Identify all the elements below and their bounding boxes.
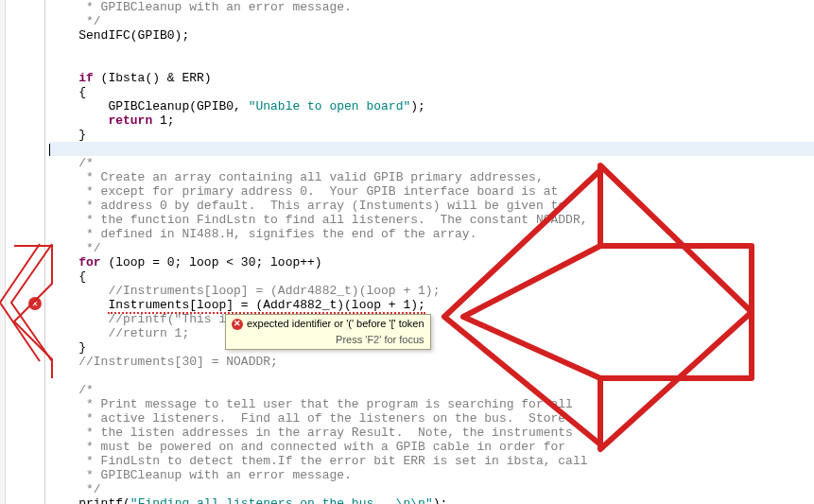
code-text: * GPIBCleanup with an error message.: [49, 0, 352, 14]
code-text: "Finding all listeners on the bus...\n\n…: [130, 496, 433, 504]
code-text: //Instruments[30] = NOADDR;: [49, 355, 278, 369]
code-text: GPIBCleanup(GPIB0,: [49, 99, 249, 113]
code-text: * address 0 by default. This array (Inst…: [49, 199, 565, 213]
code-text: return: [49, 113, 152, 128]
code-text: );: [433, 496, 448, 504]
code-text: [49, 298, 108, 312]
code-text: */: [49, 14, 101, 28]
error-glyph: ✕: [32, 298, 38, 309]
code-text: 1;: [152, 113, 174, 128]
code-text: }: [49, 128, 86, 142]
code-text: * must be powered on and connected with …: [49, 440, 565, 454]
code-text: for: [49, 255, 101, 269]
tooltip-hint: Press 'F2' for focus: [232, 333, 424, 347]
code-text: {: [49, 269, 86, 284]
code-text: (Ibsta() & ERR): [94, 71, 212, 85]
code-text: * Create an array containing all valid G…: [49, 170, 544, 184]
code-text: //return 1;: [49, 326, 189, 340]
error-marker-icon[interactable]: ✕: [28, 297, 42, 310]
code-text: * the function FindLstn to find all list…: [49, 213, 588, 227]
code-text: * active listeners. Find all of the list…: [49, 411, 565, 426]
code-text: /*: [49, 383, 94, 397]
error-icon: ✕: [232, 319, 243, 330]
code-text: */: [49, 482, 101, 496]
code-text: );: [410, 99, 425, 113]
code-text: SendIFC(GPIB0);: [49, 28, 189, 43]
code-text: "Unable to open board": [249, 99, 411, 113]
text-cursor: [49, 144, 50, 156]
code-text: printf(: [49, 496, 130, 504]
code-text: * the listen addresses in the array Resu…: [49, 426, 573, 440]
code-text: if: [49, 71, 94, 85]
code-editor[interactable]: ✕ * GPIBCleanup with an error message. *…: [0, 0, 814, 504]
code-text: * defined in NI488.H, signifies the end …: [49, 227, 476, 241]
code-text: */: [49, 241, 101, 255]
code-text: {: [49, 85, 86, 99]
error-tooltip: ✕ expected identifier or '(' before '[' …: [225, 314, 431, 350]
tooltip-message: expected identifier or '(' before '[' to…: [247, 317, 424, 331]
code-text: * FindLstn to detect them.If the error b…: [49, 454, 588, 468]
code-text: }: [49, 340, 86, 355]
code-text: * Print message to tell user that the pr…: [49, 397, 573, 411]
code-text: /*: [49, 156, 94, 170]
code-text: (loop = 0; loop < 30; loop++): [101, 255, 322, 269]
code-text: * except for primary address 0. Your GPI…: [49, 184, 558, 199]
code-text: //Instruments[loop] = (Addr4882_t)(loop …: [49, 284, 440, 298]
code-text: * GPIBCleanup with an error message.: [49, 468, 352, 482]
editor-gutter[interactable]: ✕: [6, 0, 45, 504]
code-area[interactable]: * GPIBCleanup with an error message. */ …: [45, 0, 814, 504]
